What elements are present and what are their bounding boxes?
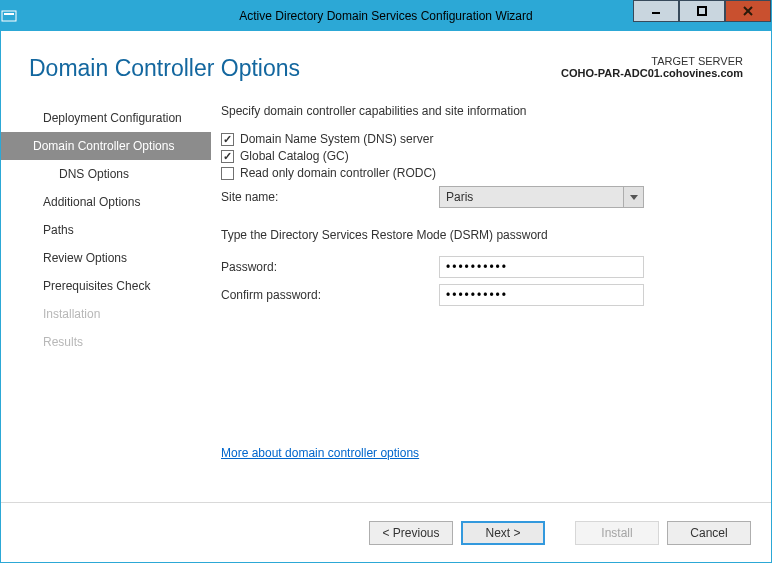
svg-rect-0 (2, 11, 16, 21)
minimize-button[interactable] (633, 0, 679, 22)
confirm-password-label: Confirm password: (221, 288, 439, 302)
footer-button-bar: < Previous Next > Install Cancel (1, 502, 771, 562)
step-installation: Installation (1, 300, 211, 328)
window-buttons (633, 1, 771, 31)
step-prerequisites-check[interactable]: Prerequisites Check (1, 272, 211, 300)
site-name-select[interactable]: Paris (439, 186, 644, 208)
step-paths[interactable]: Paths (1, 216, 211, 244)
rodc-checkbox-label: Read only domain controller (RODC) (240, 166, 436, 180)
gc-checkbox[interactable] (221, 150, 234, 163)
previous-button[interactable]: < Previous (369, 521, 453, 545)
rodc-checkbox[interactable] (221, 167, 234, 180)
app-icon (1, 8, 31, 24)
dns-checkbox-row[interactable]: Domain Name System (DNS) server (221, 132, 743, 146)
sidebar: Deployment Configuration Domain Controll… (1, 94, 211, 502)
titlebar[interactable]: Active Directory Domain Services Configu… (1, 1, 771, 31)
password-label: Password: (221, 260, 439, 274)
password-row: Password: (221, 256, 743, 278)
target-server-info: TARGET SERVER COHO-PAR-ADC01.cohovines.c… (561, 55, 743, 79)
install-button: Install (575, 521, 659, 545)
step-domain-controller-options[interactable]: Domain Controller Options (1, 132, 211, 160)
content: Deployment Configuration Domain Controll… (1, 94, 771, 502)
chevron-down-icon[interactable] (623, 187, 643, 207)
step-review-options[interactable]: Review Options (1, 244, 211, 272)
confirm-password-row: Confirm password: (221, 284, 743, 306)
close-button[interactable] (725, 0, 771, 22)
gc-checkbox-label: Global Catalog (GC) (240, 149, 349, 163)
step-results: Results (1, 328, 211, 356)
step-additional-options[interactable]: Additional Options (1, 188, 211, 216)
dns-checkbox[interactable] (221, 133, 234, 146)
step-deployment-configuration[interactable]: Deployment Configuration (1, 104, 211, 132)
site-name-row: Site name: Paris (221, 186, 743, 208)
rodc-checkbox-row[interactable]: Read only domain controller (RODC) (221, 166, 743, 180)
gc-checkbox-row[interactable]: Global Catalog (GC) (221, 149, 743, 163)
cancel-button[interactable]: Cancel (667, 521, 751, 545)
step-dns-options[interactable]: DNS Options (1, 160, 211, 188)
page-title: Domain Controller Options (29, 55, 300, 82)
header: Domain Controller Options TARGET SERVER … (1, 31, 771, 94)
more-info-link[interactable]: More about domain controller options (221, 446, 743, 460)
svg-rect-1 (4, 13, 14, 15)
capabilities-heading: Specify domain controller capabilities a… (221, 104, 743, 118)
dsrm-heading: Type the Directory Services Restore Mode… (221, 228, 743, 242)
confirm-password-input[interactable] (439, 284, 644, 306)
password-input[interactable] (439, 256, 644, 278)
target-server-name: COHO-PAR-ADC01.cohovines.com (561, 67, 743, 79)
svg-rect-3 (698, 7, 706, 15)
site-name-label: Site name: (221, 190, 439, 204)
maximize-button[interactable] (679, 0, 725, 22)
site-name-value: Paris (440, 190, 623, 204)
next-button[interactable]: Next > (461, 521, 545, 545)
target-label: TARGET SERVER (561, 55, 743, 67)
wizard-window: Active Directory Domain Services Configu… (0, 0, 772, 563)
dns-checkbox-label: Domain Name System (DNS) server (240, 132, 433, 146)
main-panel: Specify domain controller capabilities a… (211, 94, 771, 502)
